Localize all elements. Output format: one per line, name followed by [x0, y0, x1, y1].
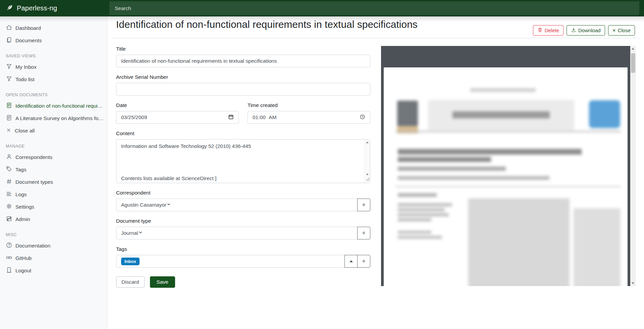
asn-input[interactable]	[116, 83, 370, 96]
delete-button[interactable]: Delete	[533, 25, 564, 36]
sidebar-item-logout[interactable]: Logout	[0, 264, 107, 277]
section-saved-views: SAVED VIEWS	[0, 51, 107, 61]
sidebar-item-correspondents[interactable]: Correspondents	[0, 151, 107, 163]
chevron-down-icon	[166, 202, 171, 208]
sidebar-open-doc-2[interactable]: A Literature Survey on Algorithms for Mu…	[0, 112, 107, 124]
hash-icon	[6, 178, 12, 186]
tag-icon	[6, 166, 12, 174]
correspondent-select[interactable]: Agustin Casamayor	[116, 199, 358, 211]
title-label: Title	[116, 46, 370, 52]
tags-input[interactable]: Inbox	[116, 255, 345, 268]
download-icon	[571, 27, 576, 34]
sidebar-item-documents[interactable]: Documents	[0, 34, 107, 47]
add-tag-button[interactable]: +	[357, 255, 370, 268]
section-misc: MISC	[0, 229, 107, 239]
link-icon	[6, 254, 12, 262]
document-edit-form: Title Archive Serial Number Date 03/25/2…	[116, 46, 370, 288]
content-textarea[interactable]: Information and Software Technology 52 (…	[116, 139, 370, 183]
top-navbar: Paperless-ng	[0, 0, 644, 16]
sidebar-open-doc-1[interactable]: Identification of non-functional require…	[0, 100, 107, 112]
scroll-up-icon[interactable]	[632, 48, 634, 50]
title-input[interactable]	[116, 55, 370, 67]
header-actions: Delete Download × Close	[533, 25, 635, 36]
discard-button[interactable]: Discard	[116, 276, 145, 288]
leaf-icon	[6, 4, 13, 13]
sidebar-item-document-types[interactable]: Document types	[0, 176, 107, 188]
sidebar-item-tags[interactable]: Tags	[0, 163, 107, 176]
close-button[interactable]: × Close	[608, 25, 635, 36]
asn-label: Archive Serial Number	[116, 74, 370, 80]
scroll-up-icon[interactable]	[366, 142, 369, 143]
save-button[interactable]: Save	[150, 276, 175, 288]
funnel-icon	[6, 75, 12, 84]
sidebar-item-github[interactable]: GitHub	[0, 252, 107, 264]
document-type-select[interactable]: Journal	[116, 227, 358, 239]
page-title: Identification of non-functional require…	[116, 19, 418, 30]
sidebar: Dashboard Documents SAVED VIEWS My Inbox…	[0, 16, 107, 329]
pdf-page	[384, 67, 628, 286]
scroll-down-icon[interactable]	[632, 282, 634, 284]
search-input[interactable]	[109, 1, 639, 15]
close-icon	[6, 127, 12, 134]
sidebar-item-logs[interactable]: Logs	[0, 188, 107, 201]
document-type-label: Document type	[116, 218, 370, 224]
question-circle-icon	[6, 242, 12, 250]
sidebar-item-settings[interactable]: Settings	[0, 201, 107, 213]
scrollbar-thumb[interactable]	[631, 53, 635, 73]
date-label: Date	[116, 102, 239, 108]
tags-dropdown-toggle[interactable]	[344, 255, 358, 268]
sidebar-item-my-inbox[interactable]: My Inbox	[0, 61, 107, 73]
time-input[interactable]: 01:00 AM	[248, 111, 370, 124]
brand[interactable]: Paperless-ng	[0, 0, 107, 16]
person-icon	[6, 153, 12, 161]
file-text-icon	[6, 102, 12, 110]
sidebar-item-admin[interactable]: Admin	[0, 213, 107, 225]
date-input[interactable]: 03/25/2009	[116, 111, 239, 124]
tags-label: Tags	[116, 246, 370, 252]
files-icon	[6, 37, 12, 45]
sidebar-item-todo-list[interactable]: Todo list	[0, 73, 107, 86]
brand-name: Paperless-ng	[17, 4, 57, 12]
door-icon	[6, 267, 12, 275]
header-divider	[112, 38, 640, 38]
trash-icon	[537, 27, 543, 34]
pdf-page-content	[384, 67, 628, 286]
house-icon	[6, 24, 12, 32]
correspondent-label: Correspondent	[116, 190, 370, 196]
sidebar-item-close-all[interactable]: Close all	[0, 124, 107, 137]
funnel-icon	[6, 63, 12, 71]
section-manage: MANAGE	[0, 141, 107, 151]
tag-badge-inbox: Inbox	[121, 258, 140, 265]
content-label: Content	[116, 130, 370, 136]
section-open-documents: OPEN DOCUMENTS	[0, 90, 107, 100]
calendar-icon[interactable]	[228, 114, 234, 121]
download-button[interactable]: Download	[567, 25, 605, 36]
scroll-down-icon[interactable]	[366, 174, 369, 175]
time-created-label: Time created	[248, 102, 370, 108]
close-icon: ×	[612, 28, 616, 33]
sidebar-item-dashboard[interactable]: Dashboard	[0, 22, 107, 34]
sidebar-item-documentation[interactable]: Documentation	[0, 239, 107, 252]
preview-scrollbar[interactable]	[630, 46, 636, 286]
caret-up-icon	[350, 260, 353, 262]
add-correspondent-button[interactable]: +	[357, 199, 370, 211]
file-text-icon	[6, 114, 12, 122]
form-actions: Discard Save	[116, 276, 370, 288]
text-lines-icon	[6, 190, 12, 199]
resize-grip-icon[interactable]	[366, 176, 370, 182]
clock-icon[interactable]	[360, 114, 365, 121]
chevron-down-icon	[138, 230, 143, 236]
add-document-type-button[interactable]: +	[357, 227, 370, 239]
gear-icon	[6, 203, 12, 211]
toggles-icon	[6, 215, 12, 223]
document-preview[interactable]	[381, 46, 636, 286]
pdf-toolbar	[381, 46, 630, 65]
